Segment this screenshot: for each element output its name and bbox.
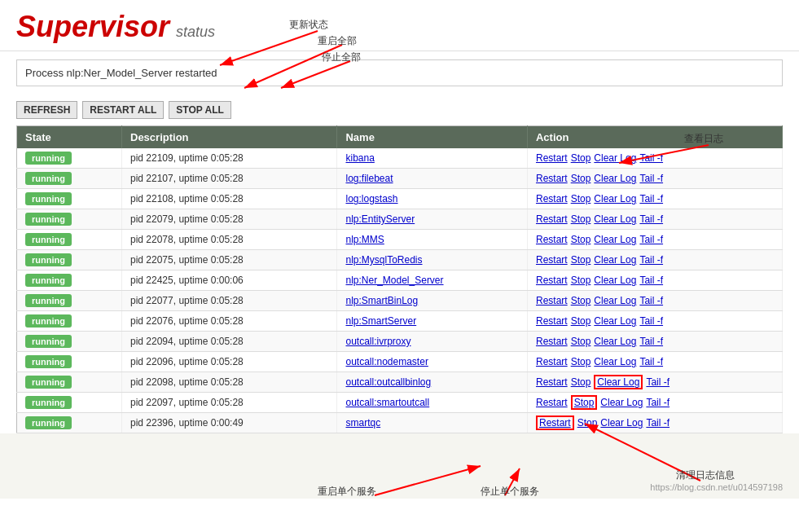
process-name-link[interactable]: outcall:smartoutcall: [345, 397, 429, 408]
tail-f-link[interactable]: Tail -f: [639, 295, 663, 306]
stop-link[interactable]: Stop: [571, 275, 591, 286]
stop-link[interactable]: Stop: [571, 173, 591, 184]
description-cell: pid 22076, uptime 0:05:28: [122, 311, 337, 332]
tail-f-link[interactable]: Tail -f: [639, 315, 663, 327]
clear-log-link[interactable]: Clear Log: [594, 315, 636, 327]
restart-link[interactable]: Restart: [536, 356, 568, 367]
table-header-row: State Description Name Action: [17, 126, 783, 149]
status-badge: running: [25, 396, 72, 409]
stop-link[interactable]: Stop: [571, 376, 591, 388]
tail-f-link[interactable]: Tail -f: [639, 254, 663, 266]
restart-link[interactable]: Restart: [536, 415, 574, 430]
stop-link[interactable]: Stop: [571, 254, 591, 266]
stop-link[interactable]: Stop: [571, 295, 591, 306]
action-cell: RestartStopClear LogTail -f: [527, 332, 782, 352]
tail-f-link[interactable]: Tail -f: [639, 213, 663, 225]
stop-link[interactable]: Stop: [577, 417, 598, 429]
table-row: runningpid 22109, uptime 0:05:28kibanaRe…: [17, 148, 783, 169]
process-name-link[interactable]: nlp:SmartBinLog: [345, 295, 418, 306]
clear-log-link[interactable]: Clear Log: [594, 275, 636, 286]
stop-link[interactable]: Stop: [571, 193, 591, 204]
tail-f-link[interactable]: Tail -f: [646, 397, 669, 408]
clear-log-link[interactable]: Clear Log: [600, 417, 643, 429]
process-name-link[interactable]: outcall:outcallbinlog: [345, 376, 431, 388]
process-name-link[interactable]: outcall:nodemaster: [345, 356, 428, 367]
tail-f-link[interactable]: Tail -f: [639, 152, 663, 164]
stop-link[interactable]: Stop: [571, 152, 591, 164]
tail-f-link[interactable]: Tail -f: [639, 193, 663, 204]
restart-link[interactable]: Restart: [536, 213, 568, 225]
clear-log-link[interactable]: Clear Log: [594, 234, 636, 245]
restart-link[interactable]: Restart: [536, 315, 568, 327]
restart-link[interactable]: Restart: [536, 295, 568, 306]
stop-link[interactable]: Stop: [571, 234, 591, 245]
process-name-link[interactable]: nlp:SmartServer: [345, 315, 416, 327]
clear-log-link[interactable]: Clear Log: [594, 193, 636, 204]
stop-all-button[interactable]: STOP ALL: [169, 101, 230, 119]
header: Supervisor status: [0, 0, 799, 51]
stop-link[interactable]: Stop: [571, 356, 591, 367]
name-cell: nlp:Ner_Model_Server: [337, 270, 528, 291]
tail-f-link[interactable]: Tail -f: [639, 173, 663, 184]
tail-f-link[interactable]: Tail -f: [646, 417, 669, 429]
process-name-link[interactable]: kibana: [345, 152, 374, 164]
state-cell: running: [17, 291, 122, 311]
clear-log-link[interactable]: Clear Log: [594, 254, 636, 266]
restart-link[interactable]: Restart: [536, 254, 568, 266]
clear-log-link[interactable]: Clear Log: [594, 356, 636, 367]
status-badge: running: [25, 294, 72, 307]
tail-f-link[interactable]: Tail -f: [639, 234, 663, 245]
clear-log-link[interactable]: Clear Log: [594, 173, 636, 184]
clear-log-link[interactable]: Clear Log: [594, 375, 643, 389]
clear-log-link[interactable]: Clear Log: [600, 397, 643, 408]
process-name-link[interactable]: nlp:MysqlToRedis: [345, 254, 422, 266]
restart-link[interactable]: Restart: [536, 193, 568, 204]
refresh-button[interactable]: REFRESH: [16, 101, 77, 119]
process-name-link[interactable]: outcall:ivrproxy: [345, 336, 410, 347]
restart-link[interactable]: Restart: [536, 173, 568, 184]
state-cell: running: [17, 148, 122, 169]
process-name-link[interactable]: nlp:MMS: [345, 234, 384, 245]
table-row: runningpid 22098, uptime 0:05:28outcall:…: [17, 372, 783, 393]
state-cell: running: [17, 393, 122, 413]
description-cell: pid 22108, uptime 0:05:28: [122, 189, 337, 209]
restart-all-button[interactable]: RESTART ALL: [82, 101, 164, 119]
status-badge: running: [25, 253, 72, 266]
tail-f-link[interactable]: Tail -f: [646, 376, 669, 388]
restart-link[interactable]: Restart: [536, 397, 568, 408]
stop-link[interactable]: Stop: [571, 336, 591, 347]
table-row: runningpid 22107, uptime 0:05:28log:file…: [17, 169, 783, 189]
name-cell: kibana: [337, 148, 528, 169]
clear-log-link[interactable]: Clear Log: [594, 213, 636, 225]
process-name-link[interactable]: nlp:EntityServer: [345, 213, 415, 225]
process-name-link[interactable]: log:logstash: [345, 193, 397, 204]
restart-link[interactable]: Restart: [536, 376, 568, 388]
action-cell: RestartStopClear LogTail -f: [527, 250, 782, 270]
table-row: runningpid 22396, uptime 0:00:49smartqcR…: [17, 413, 783, 433]
tail-f-link[interactable]: Tail -f: [639, 336, 663, 347]
restart-link[interactable]: Restart: [536, 152, 568, 164]
action-cell: RestartStopClear LogTail -f: [527, 148, 782, 169]
tail-f-link[interactable]: Tail -f: [639, 356, 663, 367]
state-cell: running: [17, 169, 122, 189]
clear-log-link[interactable]: Clear Log: [594, 295, 636, 306]
restart-link[interactable]: Restart: [536, 234, 568, 245]
name-cell: nlp:SmartServer: [337, 311, 528, 332]
process-name-link[interactable]: nlp:Ner_Model_Server: [345, 275, 443, 286]
restart-link[interactable]: Restart: [536, 336, 568, 347]
action-cell: RestartStopClear LogTail -f: [527, 169, 782, 189]
table-row: runningpid 22108, uptime 0:05:28log:logs…: [17, 189, 783, 209]
description-cell: pid 22094, uptime 0:05:28: [122, 332, 337, 352]
status-badge: running: [25, 314, 72, 328]
description-cell: pid 22078, uptime 0:05:28: [122, 230, 337, 250]
stop-link[interactable]: Stop: [571, 213, 591, 225]
stop-link[interactable]: Stop: [571, 395, 598, 410]
clear-log-link[interactable]: Clear Log: [594, 336, 636, 347]
tail-f-link[interactable]: Tail -f: [639, 275, 663, 286]
clear-log-link[interactable]: Clear Log: [594, 152, 636, 164]
process-name-link[interactable]: smartqc: [345, 417, 380, 429]
status-badge: running: [25, 274, 72, 287]
stop-link[interactable]: Stop: [571, 315, 591, 327]
restart-link[interactable]: Restart: [536, 275, 568, 286]
process-name-link[interactable]: log:filebeat: [345, 173, 393, 184]
